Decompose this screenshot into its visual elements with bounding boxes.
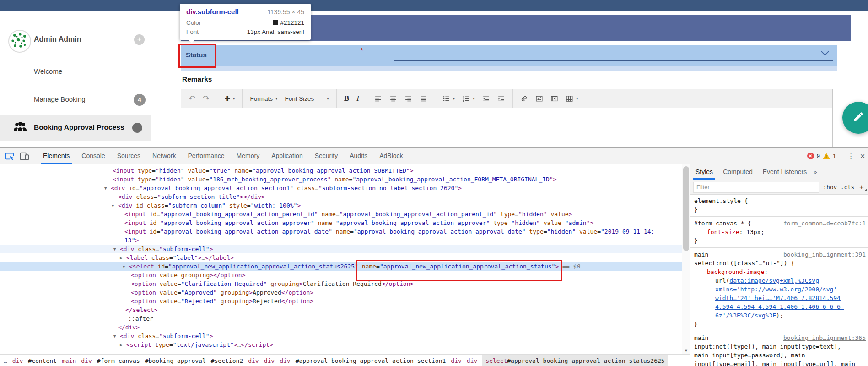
formats-dropdown[interactable]: Formats▾: [246, 89, 281, 108]
code-line[interactable]: <input type="hidden" value="186_mrb_book…: [0, 175, 682, 184]
devtools-menu-icon[interactable]: ⋮: [846, 152, 856, 160]
tab-computed[interactable]: Computed: [718, 164, 758, 180]
style-rule-line[interactable]: font-size: 13px;: [690, 228, 868, 236]
align-left-icon[interactable]: [371, 89, 386, 108]
devtools-tab-sources[interactable]: Sources: [111, 148, 146, 164]
status-select[interactable]: [394, 60, 833, 61]
code-line[interactable]: ▼<div id class="subform-column" style="w…: [0, 201, 682, 210]
style-rule-line[interactable]: input[type=email], main input[type=url],…: [690, 360, 868, 366]
breadcrumb-item[interactable]: div: [467, 357, 477, 364]
devtools-tab-adblock[interactable]: AdBlock: [373, 148, 409, 164]
code-line[interactable]: ▶<script type="text/javascript">…</scrip…: [0, 340, 682, 349]
breadcrumb-item[interactable]: div: [248, 357, 259, 364]
code-line[interactable]: <input id="approval_booking_approval_act…: [0, 227, 682, 236]
warning-count[interactable]: 1: [833, 153, 836, 159]
scroll-down-arrow-icon[interactable]: ▼: [684, 348, 688, 353]
devtools-tab-network[interactable]: Network: [146, 148, 182, 164]
font-sizes-dropdown[interactable]: Font Sizes▾: [281, 89, 333, 108]
code-line[interactable]: <option value="Clarification Required" g…: [0, 279, 682, 288]
style-rule-line[interactable]: #form-canvas * {form_common…d=ceab7fc:1: [690, 216, 868, 228]
warning-icon[interactable]: [823, 153, 830, 159]
devtools-tab-memory[interactable]: Memory: [231, 148, 266, 164]
code-line[interactable]: <input id="approval_booking_approval_act…: [0, 219, 682, 227]
breadcrumb-item[interactable]: #approval_booking_approval_action_sectio…: [296, 357, 446, 364]
media-icon[interactable]: [547, 89, 562, 108]
styles-filter-input[interactable]: [693, 182, 819, 193]
style-rule-line[interactable]: select:not([class^="ui-"]) {: [690, 259, 868, 268]
sidebar-item-manage-booking[interactable]: Manage Booking: [34, 95, 86, 103]
code-line[interactable]: <input type="hidden" value="true" name="…: [0, 166, 682, 175]
stylesheet-link[interactable]: form_common…d=ceab7fc:1: [783, 219, 866, 228]
close-icon[interactable]: ✕: [859, 153, 866, 160]
devtools-tab-audits[interactable]: Audits: [344, 148, 373, 164]
code-line[interactable]: ▼<div class="subform-cell">: [0, 332, 682, 340]
code-line[interactable]: <input id="approval_booking_approval_act…: [0, 210, 682, 219]
bullet-list-icon[interactable]: ▾: [439, 89, 459, 108]
devtools-tab-performance[interactable]: Performance: [182, 148, 230, 164]
code-line[interactable]: ::after: [0, 314, 682, 323]
new-style-rule-icon[interactable]: +: [858, 183, 865, 192]
toggle-hover-state[interactable]: :hov: [823, 184, 837, 191]
style-rule-line[interactable]: xmlns='http://www.w3.org/2000/svg': [690, 285, 868, 294]
breadcrumb-item[interactable]: div: [451, 357, 461, 364]
sidebar-item-booking-approval-process[interactable]: Booking Approval Process –: [0, 115, 151, 141]
style-rule-line[interactable]: width='24' hei…='M7.406 7.82814.594: [690, 294, 868, 302]
code-line[interactable]: …▼<select id="approval_new_application_a…: [0, 262, 682, 271]
numbered-list-icon[interactable]: ▾: [458, 89, 479, 108]
add-user-badge[interactable]: +: [134, 34, 145, 45]
code-line[interactable]: ▼<div class="subform-cell">: [0, 245, 682, 253]
breadcrumb-item[interactable]: select#approval_booking_approval_action_…: [482, 355, 668, 366]
avatar[interactable]: [8, 30, 31, 53]
tab-styles[interactable]: Styles: [690, 164, 718, 180]
breadcrumb-item[interactable]: main: [62, 357, 76, 364]
style-rule-line[interactable]: mainbooking_inb…ignment:391: [690, 247, 868, 259]
style-rule-line[interactable]: }: [690, 236, 868, 245]
align-right-icon[interactable]: [401, 89, 416, 108]
breadcrumb-item[interactable]: div: [12, 357, 23, 364]
style-rule-line[interactable]: main input[type=password], main: [690, 351, 868, 360]
undo-icon[interactable]: ↶: [185, 89, 199, 108]
code-line[interactable]: 13">: [0, 236, 682, 245]
link-icon[interactable]: [517, 89, 532, 108]
image-icon[interactable]: [532, 89, 547, 108]
devtools-tab-security[interactable]: Security: [309, 148, 344, 164]
outdent-icon[interactable]: [479, 89, 494, 108]
error-count[interactable]: 9: [817, 153, 820, 159]
devtools-tab-console[interactable]: Console: [75, 148, 111, 164]
align-justify-icon[interactable]: [416, 89, 431, 108]
indent-icon[interactable]: [494, 89, 509, 108]
more-tabs-icon[interactable]: »: [814, 169, 817, 175]
stylesheet-link[interactable]: booking_inb…ignment:365: [783, 333, 866, 342]
code-line[interactable]: </select>: [0, 306, 682, 314]
code-line[interactable]: <option value="Rejected" grouping>Reject…: [0, 297, 682, 306]
scrollbar-thumb[interactable]: [683, 166, 689, 251]
style-rule-line[interactable]: element.style {: [690, 197, 868, 205]
breadcrumb-item[interactable]: #content: [28, 357, 57, 364]
style-rule-line[interactable]: 6z'/%3E%3C/svg%3E);: [690, 311, 868, 320]
insert-plus-icon[interactable]: ✚▾: [221, 89, 238, 108]
error-icon[interactable]: ✕: [807, 153, 814, 159]
style-rule-line[interactable]: }: [690, 205, 868, 214]
edit-fab-button[interactable]: [842, 102, 868, 134]
breadcrumb-item[interactable]: div: [81, 357, 92, 364]
device-toolbar-icon[interactable]: [19, 151, 29, 161]
breadcrumb-item[interactable]: div: [280, 357, 290, 364]
style-rule-line[interactable]: }: [690, 320, 868, 328]
style-rule-line[interactable]: background-image:: [690, 268, 868, 276]
style-rule-line[interactable]: 4.594 4.594-4.594 1.406 1.406-6 6-6-: [690, 302, 868, 311]
redo-icon[interactable]: ↷: [199, 89, 213, 108]
breadcrumb-item[interactable]: #booking_approval: [145, 357, 206, 364]
italic-icon[interactable]: I: [353, 89, 363, 108]
style-rule-line[interactable]: url(data:image/svg+xml,%3Csvg: [690, 276, 868, 285]
breadcrumb-item[interactable]: div: [264, 357, 275, 364]
toggle-class[interactable]: .cls: [841, 184, 854, 191]
code-line[interactable]: <option value grouping></option>: [0, 271, 682, 279]
code-line[interactable]: ▼<div id="approval_booking_approval_acti…: [0, 184, 682, 192]
table-icon[interactable]: ▾: [562, 89, 582, 108]
style-rule-line[interactable]: mainbooking_inb…ignment:365: [690, 331, 868, 342]
code-line[interactable]: <option value="Approved" grouping>Approv…: [0, 288, 682, 297]
sidebar-item-welcome[interactable]: Welcome: [34, 67, 62, 75]
breadcrumb-item[interactable]: #form-canvas: [97, 357, 140, 364]
collapse-badge[interactable]: –: [132, 123, 142, 133]
inspect-element-icon[interactable]: [5, 151, 15, 161]
